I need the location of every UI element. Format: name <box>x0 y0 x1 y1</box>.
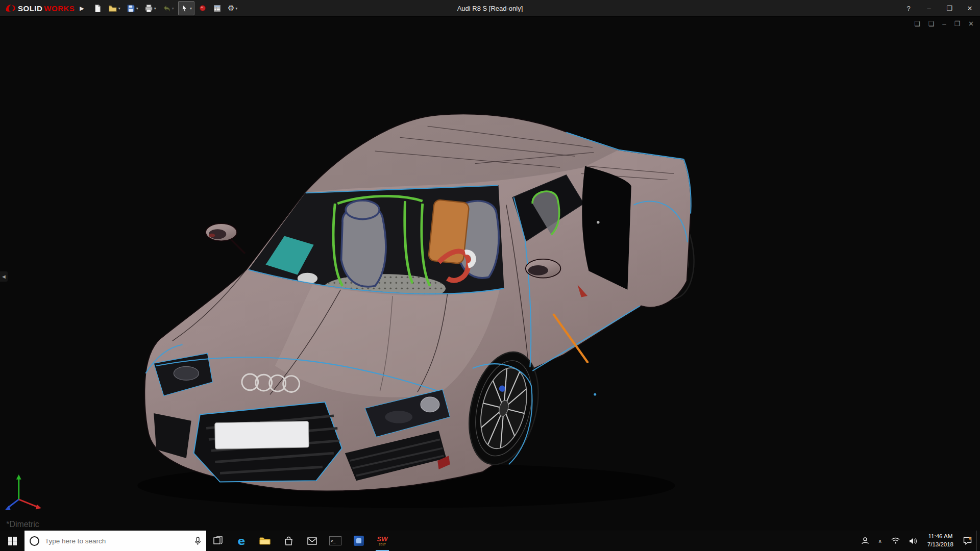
right-mirror <box>526 259 561 278</box>
door-opening <box>582 166 631 290</box>
pane-icon[interactable]: ❏ <box>928 20 935 27</box>
blue-app-icon <box>354 536 364 546</box>
restore-button[interactable]: ❐ <box>939 0 960 16</box>
wifi-icon <box>891 537 900 544</box>
open-button[interactable]: ▾ <box>106 2 122 15</box>
brand-solid: SOLID <box>18 4 42 13</box>
command-prompt-icon: >_ <box>329 536 341 545</box>
file-properties-button[interactable] <box>211 2 224 15</box>
windows-logo-icon <box>8 537 17 545</box>
file-explorer-icon <box>259 536 271 545</box>
titlebar: SOLIDWORKS ▶ ▾ ▾ <box>0 0 980 17</box>
save-icon <box>127 4 135 13</box>
rebuild-stoplight-icon <box>199 4 207 12</box>
document-minimize-button[interactable]: – <box>942 20 946 27</box>
solidworks-2017-icon: SW 2017 <box>377 536 388 546</box>
action-center-icon <box>963 537 972 545</box>
orientation-label: *Dimetric <box>6 520 39 529</box>
dropdown-caret[interactable]: ▾ <box>235 6 237 11</box>
search-input[interactable] <box>44 537 190 545</box>
tray-overflow-button[interactable]: ∧ <box>874 531 887 551</box>
rebuild-button[interactable] <box>197 2 209 15</box>
show-desktop-button[interactable] <box>976 531 980 551</box>
start-button[interactable] <box>0 531 24 551</box>
people-button[interactable] <box>856 531 874 551</box>
model-scene: *Dimetric <box>0 16 980 531</box>
task-view-button[interactable] <box>206 531 230 551</box>
dropdown-caret[interactable]: ▾ <box>136 6 138 11</box>
ds-logo-icon <box>5 4 16 13</box>
file-properties-icon <box>213 4 222 13</box>
people-icon <box>861 537 869 545</box>
open-folder-icon <box>108 4 117 13</box>
feature-tree-collapse-arrow[interactable]: ◄ <box>0 271 8 282</box>
left-mirror <box>206 223 245 254</box>
document-restore-button[interactable]: ❐ <box>954 20 960 27</box>
mail-envelope-icon <box>307 537 317 545</box>
network-button[interactable] <box>887 531 904 551</box>
window-controls: ? – ❐ ✕ <box>898 0 980 16</box>
system-tray: ∧ 11:46 AM 7/13/2018 <box>856 531 980 551</box>
taskbar-search[interactable] <box>24 531 206 551</box>
gear-icon: ⚙ <box>228 4 234 13</box>
dropdown-caret[interactable]: ▾ <box>190 6 192 11</box>
store-bag-icon <box>284 536 293 545</box>
menu-expand-arrow[interactable]: ▶ <box>80 5 84 12</box>
select-cursor-icon <box>181 4 189 13</box>
new-document-icon <box>93 4 102 13</box>
license-plate <box>215 421 309 449</box>
brand-works: WORKS <box>44 4 75 13</box>
action-center-button[interactable] <box>959 531 976 551</box>
microphone-icon[interactable] <box>194 537 201 545</box>
dropdown-caret[interactable]: ▾ <box>118 6 120 11</box>
dropdown-caret[interactable]: ▾ <box>172 6 174 11</box>
quick-access-toolbar: ▾ ▾ ▾ ▾ <box>91 1 240 15</box>
car-model[interactable] <box>144 114 702 491</box>
document-close-button[interactable]: ✕ <box>968 20 974 27</box>
select-tool-button[interactable]: ▾ <box>178 1 194 15</box>
orientation-triad <box>5 474 41 510</box>
command-prompt-button[interactable]: >_ <box>324 531 347 551</box>
volume-button[interactable] <box>904 531 922 551</box>
solidworks-logo: SOLIDWORKS <box>5 4 75 13</box>
taskbar-clock[interactable]: 11:46 AM 7/13/2018 <box>922 531 959 551</box>
clock-time: 11:46 AM <box>928 533 953 541</box>
edge-button[interactable]: e <box>230 531 253 551</box>
store-button[interactable] <box>277 531 300 551</box>
pane-icon[interactable]: ❏ <box>914 20 920 27</box>
help-button[interactable]: ? <box>898 0 919 16</box>
cortana-icon <box>30 536 39 546</box>
door-button <box>597 221 599 223</box>
document-window-controls: ❏ ❏ – ❐ ✕ <box>914 20 974 27</box>
graphics-viewport[interactable]: ❏ ❏ – ❐ ✕ ◄ <box>0 16 980 531</box>
print-icon <box>144 4 153 13</box>
save-button[interactable]: ▾ <box>125 2 140 15</box>
blue-vertex <box>594 393 596 396</box>
new-document-button[interactable] <box>91 2 104 15</box>
speaker-icon <box>909 537 918 545</box>
file-explorer-button[interactable] <box>253 531 277 551</box>
undo-icon <box>162 4 171 13</box>
mail-button[interactable] <box>300 531 324 551</box>
dropdown-caret[interactable]: ▾ <box>154 6 156 11</box>
options-button[interactable]: ⚙ ▾ <box>226 2 239 15</box>
minimize-button[interactable]: – <box>919 0 939 16</box>
solidworks-2017-button[interactable]: SW 2017 <box>371 531 394 551</box>
pinned-app-button[interactable] <box>347 531 371 551</box>
undo-button[interactable]: ▾ <box>160 2 176 15</box>
print-button[interactable]: ▾ <box>142 2 158 15</box>
close-button[interactable]: ✕ <box>960 0 980 16</box>
edge-icon: e <box>238 535 246 547</box>
chevron-up-icon: ∧ <box>878 538 882 544</box>
clock-date: 7/13/2018 <box>927 541 953 549</box>
taskbar: e >_ SW 2017 <box>0 531 980 551</box>
task-view-icon <box>213 536 223 545</box>
